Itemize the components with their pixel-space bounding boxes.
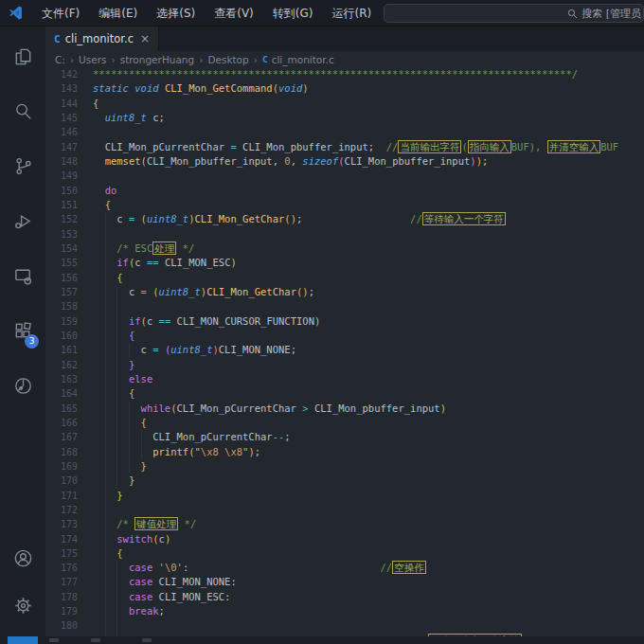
code-line[interactable]: 168 printf("\x8 \x8"); <box>45 445 644 459</box>
code-line[interactable]: 165 while(CLI_Mon_pCurrentChar > CLI_Mon… <box>45 402 644 416</box>
menu-selection[interactable]: 选择(S) <box>147 0 205 27</box>
line-number: 145 <box>45 111 78 125</box>
menu-edit[interactable]: 编辑(E) <box>89 0 147 27</box>
code-text: { <box>78 546 644 561</box>
code-line[interactable]: 148 memset(CLI_Mon_pbuffer_input, 0, siz… <box>45 154 644 169</box>
code-line[interactable]: 155 if(c == CLI_MON_ESC) <box>45 256 644 270</box>
line-number: 178 <box>45 590 78 604</box>
code-line[interactable]: 162 } <box>45 358 644 372</box>
indent-guide <box>129 445 130 459</box>
code-line[interactable]: 142*************************************… <box>45 67 644 81</box>
menu-view[interactable]: 查看(V) <box>205 0 263 27</box>
code-line[interactable]: 163 else <box>45 372 644 386</box>
pie-extension-icon[interactable] <box>0 364 45 407</box>
line-number: 168 <box>45 445 78 459</box>
code-line[interactable]: 166 { <box>45 416 644 430</box>
vscode-logo-icon <box>8 5 24 21</box>
menu-file[interactable]: 文件(F) <box>32 0 89 27</box>
indent-guide <box>116 575 117 589</box>
code-text: CLI_Mon_pCurrentChar = CLI_Mon_pbuffer_i… <box>78 140 644 154</box>
indent-guide <box>116 285 117 299</box>
code-line[interactable]: 154 /* ESC处理 */ <box>45 242 644 256</box>
code-text: } <box>78 474 644 488</box>
code-line[interactable]: 174 switch(c) <box>45 532 644 546</box>
status-item[interactable] <box>91 638 100 642</box>
code-line[interactable]: 152 c = (uint8_t)CLI_Mon_GetChar(); //等待… <box>45 212 644 226</box>
accounts-icon[interactable] <box>0 536 45 580</box>
remote-explorer-icon[interactable] <box>0 254 45 297</box>
code-line[interactable]: 176 case '\0': //空操作 <box>45 561 644 575</box>
code-line[interactable]: 170 } <box>45 474 644 488</box>
source-control-icon[interactable] <box>0 144 45 188</box>
breadcrumb-file[interactable]: cli_monitor.c <box>272 54 334 65</box>
code-line[interactable]: 164 { <box>45 386 644 401</box>
code-text: { <box>78 271 644 285</box>
line-number: 166 <box>45 416 78 430</box>
code-line[interactable]: 146 <box>45 125 644 139</box>
line-number: 173 <box>45 517 78 531</box>
tab-label: cli_monitor.c <box>65 32 134 45</box>
code-line[interactable]: 169 } <box>45 459 644 474</box>
command-center-search[interactable]: 搜索 [管理员 <box>384 4 644 23</box>
code-line[interactable]: 173 /* 键值处理 */ <box>45 517 644 531</box>
code-text: c = (uint8_t)CLI_Mon_GetChar(); <box>78 285 644 299</box>
settings-gear-icon[interactable] <box>0 583 45 627</box>
editor-group: C cli_monitor.c × C:› Users› strongerHua… <box>45 27 644 636</box>
tab-close-icon[interactable]: × <box>140 32 150 45</box>
code-line[interactable]: 157 c = (uint8_t)CLI_Mon_GetChar(); <box>45 285 644 299</box>
search-view-icon[interactable] <box>0 89 45 133</box>
breadcrumb-desktop[interactable]: Desktop <box>207 54 248 65</box>
code-line[interactable]: 172 <box>45 503 644 517</box>
indent-guide <box>105 256 106 270</box>
breadcrumb-user[interactable]: strongerHuang <box>120 54 195 65</box>
line-number: 154 <box>45 242 78 256</box>
code-line[interactable]: 175 { <box>45 546 644 561</box>
line-number: 176 <box>45 561 78 575</box>
code-line[interactable]: 158 <box>45 299 644 313</box>
c-file-icon: C <box>262 54 268 64</box>
code-editor[interactable]: 142*************************************… <box>45 67 644 636</box>
status-item[interactable] <box>49 638 59 642</box>
run-debug-icon[interactable] <box>0 199 45 242</box>
line-number: 159 <box>45 314 78 329</box>
line-number: 167 <box>45 430 78 444</box>
line-number: 144 <box>45 97 78 111</box>
code-line[interactable]: 144{ <box>45 97 644 111</box>
code-text: else <box>78 372 644 386</box>
code-line[interactable]: 156 { <box>45 271 644 285</box>
extensions-icon[interactable]: 3 <box>0 309 45 352</box>
code-text: memset(CLI_Mon_pbuffer_input, 0, sizeof(… <box>78 154 644 169</box>
menu-run[interactable]: 运行(R) <box>322 0 381 27</box>
code-line[interactable]: 160 { <box>45 329 644 343</box>
breadcrumb-drive[interactable]: C: <box>55 54 65 65</box>
code-line[interactable]: 178 case CLI_MON_ESC: <box>45 590 644 604</box>
code-text <box>78 169 644 183</box>
indent-guide <box>116 618 117 633</box>
tab-cli-monitor[interactable]: C cli_monitor.c × <box>45 27 159 51</box>
code-line[interactable]: 161 c = (uint8_t)CLI_MON_NONE; <box>45 343 644 357</box>
explorer-icon[interactable] <box>0 34 45 78</box>
code-line[interactable]: 179 break; <box>45 604 644 618</box>
code-text: /* 键值处理 */ <box>78 517 644 531</box>
code-text: do <box>78 184 644 198</box>
code-line[interactable]: 159 if(c == CLI_MON_CURSOR_FUNCTION) <box>45 314 644 329</box>
indent-guide <box>105 590 106 604</box>
code-line[interactable]: 151 { <box>45 198 644 212</box>
breadcrumb-users[interactable]: Users <box>79 54 106 65</box>
menu-goto[interactable]: 转到(G) <box>263 0 323 27</box>
status-item[interactable] <box>142 638 152 642</box>
code-line[interactable]: 150 do <box>45 184 644 198</box>
code-line[interactable]: 147 CLI_Mon_pCurrentChar = CLI_Mon_pbuff… <box>45 140 644 154</box>
code-line[interactable]: 167 CLI_Mon_pCurrentChar--; <box>45 430 644 444</box>
remote-indicator[interactable] <box>8 636 38 644</box>
code-line[interactable]: 180 <box>45 618 644 633</box>
code-line[interactable]: 149 <box>45 169 644 183</box>
code-line[interactable]: 145 uint8_t c; <box>45 111 644 125</box>
code-line[interactable]: 171 } <box>45 489 644 503</box>
code-line[interactable]: 177 case CLI_MON_NONE: <box>45 575 644 589</box>
code-line[interactable]: 143static void CLI_Mon_GetCommand(void) <box>45 81 644 96</box>
code-line[interactable]: 153 <box>45 227 644 242</box>
line-number: 157 <box>45 285 78 299</box>
indent-guide <box>116 604 117 618</box>
indent-guide <box>116 416 117 430</box>
